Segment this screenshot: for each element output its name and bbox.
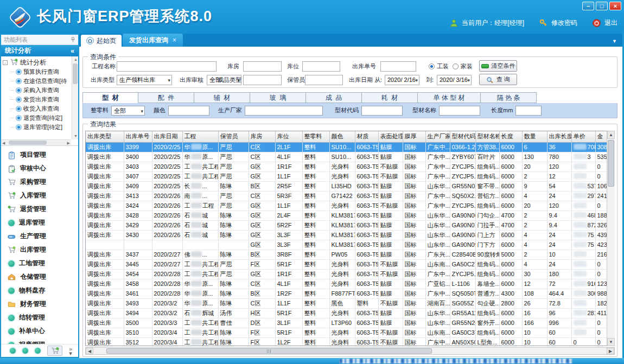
scroll-right-icon[interactable]: ▶ [67, 141, 70, 146]
material-tab-2[interactable]: 配 件 [138, 92, 194, 103]
tree-vscroll-thumb[interactable] [73, 63, 78, 84]
table-row[interactable]: 调拨出库34372020/2/27佛...陈琳B区3R8F整料PW056063-… [86, 250, 615, 259]
collapse-icon[interactable]: « [71, 47, 74, 55]
sidebar-item-5[interactable]: 退货管理 [1, 202, 78, 216]
table-row[interactable]: 调拨出库35102020/3/4工共工程陈琳F区5R1F整料光身料6063-T5… [86, 328, 615, 337]
date-to-combo[interactable]: 2020/ 3/16 [437, 75, 472, 85]
material-tab-6[interactable]: 耗 材 [362, 92, 418, 103]
table-row[interactable]: 调拨出库34542020/2/28工共工程严思G区1R1F整料光身料6063-T… [86, 269, 615, 279]
grid-vertical-scrollbar[interactable]: ▲ ▼ [607, 131, 615, 346]
sidebar-item-6[interactable]: 退库管理 [1, 216, 78, 229]
clear-conditions-button[interactable]: 清空条件 [479, 60, 517, 72]
sidebar-item-3[interactable]: 采购管理 [1, 175, 78, 189]
minimize-button[interactable]: – [582, 2, 594, 10]
column-header-13[interactable]: 生产厂家 [425, 131, 450, 142]
table-row[interactable]: 调拨出库34452020/2/27工共工程严思F区5R1F整料光身料6063-T… [86, 259, 615, 269]
keeper-input[interactable] [305, 75, 343, 85]
close-button[interactable]: × [609, 2, 621, 10]
material-tab-5[interactable]: 成 品 [306, 92, 362, 103]
maker-input[interactable] [245, 106, 323, 116]
table-row[interactable]: 调拨出库34292020/2/26石城陈琳G区5R2F整料KLM38176063… [86, 220, 615, 230]
table-row[interactable]: 调拨出库34612020/2/28华原...陈琳B区1R2F整料F8877FT6… [86, 289, 615, 298]
radio-home-decor[interactable]: 家装 [453, 62, 473, 71]
table-row[interactable]: 调拨出库34132020/2/26南...严思C区5R3F整料G71422606… [86, 191, 615, 201]
table-row[interactable]: 调拨出库35122020/3/4工共工程陈琳F区1L2F整料光身料6063-T5… [86, 337, 615, 346]
table-row[interactable]: 调拨出库33992020/2/25华原...严思C区2L1F整料SU10...6… [86, 142, 615, 152]
tab-active[interactable]: 发货出库查询 × [123, 34, 183, 47]
table-row[interactable]: 调拨出库34242020/2/26工工程严思G区1L1F整料光身料6063-T5… [86, 201, 615, 210]
whole-piece-combo[interactable]: 全部 [111, 106, 145, 116]
sidebar-item-15[interactable]: 报废管理 [1, 338, 78, 344]
date-from-combo[interactable]: 2020/ 2/16 [385, 75, 419, 85]
maximize-button[interactable]: □ [596, 2, 608, 10]
sidebar-item-14[interactable]: 补单中心 [1, 324, 78, 338]
column-header-15[interactable]: 型材名称 [475, 131, 499, 142]
location-input[interactable] [302, 61, 340, 72]
column-header-11[interactable]: 表面处理 [378, 131, 403, 142]
material-tab-8[interactable]: 隔 热 条 [481, 92, 537, 103]
toolbar-dot-icon[interactable] [10, 348, 16, 354]
table-row[interactable]: 调拨出库35002020/3/3工共工程曹佳D区3L1F整料LT3P606063… [86, 318, 615, 328]
length-input[interactable] [515, 106, 542, 116]
sidebar-item-9[interactable]: 工地管理 [1, 257, 78, 270]
column-header-14[interactable]: 型材代码 [450, 131, 475, 142]
grid-horizontal-scrollbar[interactable]: ◀ ▶ [85, 347, 615, 355]
tree-vertical-scrollbar[interactable]: ▲ ▼ [72, 56, 78, 139]
column-header-17[interactable]: 数量 [522, 131, 547, 142]
scroll-up-icon[interactable]: ▲ [74, 57, 78, 62]
scroll-up-icon[interactable]: ▲ [607, 131, 615, 139]
column-header-16[interactable]: 长度 [499, 131, 522, 142]
table-row[interactable]: 调拨出库34932020/3/2华原...陈琳C区1L1F整料黑色塑料不贴膜国标… [86, 298, 615, 308]
grid-hscroll-thumb[interactable] [106, 348, 432, 354]
sidebar-item-11[interactable]: 物料盘存 [1, 284, 78, 297]
table-row[interactable]: 调拨出库34002020/2/25华原...严思C区4L1F整料SU10...6… [86, 152, 615, 162]
tree-item-3[interactable]: 采购入库查询 [3, 86, 71, 95]
sidebar-item-7[interactable]: 生产管理 [1, 229, 78, 243]
radio-industrial[interactable]: 工装 [429, 62, 449, 71]
color-input[interactable] [168, 106, 209, 116]
tree-item-7[interactable]: 退库管理[待定] [3, 123, 71, 132]
table-row[interactable]: 调拨出库34942020/3/2石辉城汤伟H区5R1F整料光身料6063-T5贴… [86, 308, 615, 318]
sidebar-item-8[interactable]: 出库管理 [1, 243, 78, 257]
material-tab-1[interactable]: 型 材 [82, 92, 138, 103]
change-password-link[interactable]: 修改密码 [551, 18, 577, 28]
tab-list-caret-icon[interactable]: ▼ [612, 39, 617, 44]
toolbar-dot-icon[interactable] [22, 348, 28, 354]
scroll-left-icon[interactable]: ◀ [86, 348, 93, 354]
table-row[interactable]: 调拨出库34072020/2/25工共工程严思G区1L1F整料光身料6063-T… [86, 171, 615, 181]
tree-horizontal-scrollbar[interactable]: ◀ ▶ [1, 139, 71, 145]
material-tab-7[interactable]: 单 体 型 材 [418, 92, 481, 103]
column-header-8[interactable]: 整零料 [302, 131, 329, 142]
column-header-12[interactable]: 膜厚 [403, 131, 425, 142]
toolbar-overflow-icon[interactable]: »▾ [69, 347, 72, 355]
product-type-input[interactable] [243, 75, 282, 85]
project-name-input[interactable] [117, 61, 217, 72]
out-type-combo[interactable]: 生产领料出库 [117, 75, 172, 85]
sidebar-item-4[interactable]: 入库管理 [1, 189, 78, 202]
sidebar-item-13[interactable]: 结转管理 [1, 311, 78, 324]
tab-home[interactable]: 起始页 [81, 35, 122, 47]
tree-item-6[interactable]: 退货查询[待定] [3, 113, 71, 123]
sidebar-item-12[interactable]: 财务管理 [1, 297, 78, 311]
material-tab-3[interactable]: 辅 材 [194, 92, 250, 103]
grid-vscroll-thumb[interactable] [608, 140, 614, 187]
tree-expander-icon[interactable]: - [3, 60, 8, 65]
column-header-5[interactable]: 保管员 [218, 131, 249, 142]
column-header-2[interactable]: 出库单号 [124, 131, 152, 142]
table-row[interactable]: 调拨出库34282020/2/26石城陈琳G区2L4F整料KLM38176063… [86, 210, 615, 220]
tree-item-4[interactable]: 发货出库查询 [3, 95, 71, 104]
column-header-3[interactable]: 出库日期 [152, 131, 182, 142]
tree-root[interactable]: - 统计分析 [3, 58, 71, 67]
column-header-18[interactable]: 出库长度 [547, 131, 571, 142]
material-tab-4[interactable]: 玻 璃 [250, 92, 306, 103]
search-button[interactable]: 查 询 [479, 74, 517, 85]
logout-link[interactable]: 退出 [604, 18, 617, 28]
table-row[interactable]: G区3L3F整料KLM38176063-T5贴膜国标山东华...GA90N09.… [86, 240, 615, 250]
scroll-left-icon[interactable]: ◀ [2, 141, 5, 146]
profile-code-input[interactable] [361, 106, 403, 116]
profile-name-input[interactable] [439, 106, 480, 116]
tree-hscroll-thumb[interactable] [9, 141, 47, 145]
column-header-9[interactable]: 颜色 [329, 131, 355, 142]
column-header-6[interactable]: 库房 [249, 131, 275, 142]
order-no-input[interactable] [380, 61, 416, 72]
